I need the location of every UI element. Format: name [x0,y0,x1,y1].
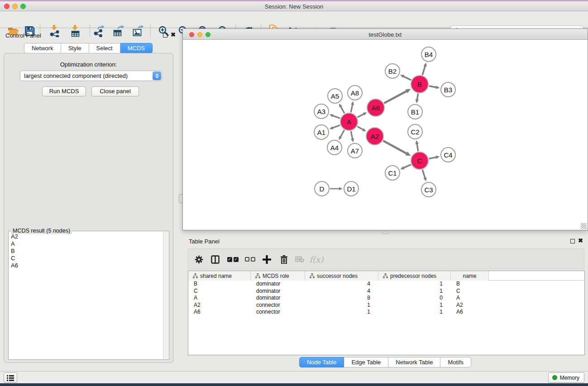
tab-network-table[interactable]: Network Table [388,357,440,367]
network-edge-A6-B[interactable] [384,91,408,104]
session-title: Session: New Session [0,3,588,10]
mcds-result-scrollbar[interactable] [163,232,168,359]
tab-network[interactable]: Network [24,43,61,53]
network-node-A7[interactable]: A7 [347,143,363,158]
mcds-result-item[interactable]: A [9,240,163,248]
table-cell: 1 [378,309,451,316]
show-panels-list-button[interactable] [4,372,17,383]
tab-style[interactable]: Style [61,43,89,53]
horizontal-splitter-handle[interactable] [382,232,389,234]
network-node-A8[interactable]: A8 [347,85,363,100]
close-panel-button[interactable]: Close panel [91,86,139,96]
unchecked-boxes-glyph [245,257,255,262]
list-icon [6,374,14,381]
column-view-glyph [211,255,220,264]
desktop-edge-bottom [0,383,588,386]
checked-boxes-glyph: ✓✓ [227,257,239,262]
column-header-shared-name[interactable]: shared name [188,271,251,281]
table-row[interactable]: A2connector11A2 [188,302,584,309]
network-canvas[interactable]: AA1A2A3A4A5A6A7A8BB1B2B3B4CC1C2C3C4DD1 [183,40,588,230]
table-row[interactable]: Cdominator41C [188,288,584,295]
column-header-predecessor-nodes[interactable]: predecessor nodes [378,271,451,281]
mcds-result-item[interactable]: B [9,248,163,255]
add-column-icon[interactable] [260,253,273,266]
table-cell: 1 [378,281,451,288]
network-node-A2[interactable]: A2 [366,127,384,145]
mcds-panel: Optimization criterion: largest connecte… [4,53,173,363]
network-node-B4[interactable]: B4 [421,47,436,62]
table-cell: A [451,295,489,302]
edge-arrowhead [339,187,343,190]
column-header-MCDS-role[interactable]: MCDS role [251,271,305,281]
column-header-label: name [463,273,476,279]
control-panel-tabs: Network Style Select MCDS [0,43,177,53]
function-builder-icon[interactable]: f(x) [310,253,323,266]
table-row[interactable]: Bdominator41B [188,281,584,288]
table-row[interactable]: A6connector11A6 [188,309,584,316]
table-cell: A [188,295,251,302]
table-cell: A2 [188,302,251,309]
network-node-B2[interactable]: B2 [385,63,400,79]
network-window-titlebar[interactable]: testGlobe.txt [183,29,588,40]
table-cell: dominator [251,295,305,302]
network-node-A[interactable]: A [340,113,358,131]
optimization-criterion-label: Optimization criterion: [4,61,173,68]
mcds-result-item[interactable]: C [9,255,163,262]
tab-node-table[interactable]: Node Table [299,357,344,367]
tab-motifs[interactable]: Motifs [440,357,471,367]
table-cell: 4 [305,281,378,288]
network-node-A6[interactable]: A6 [367,99,385,117]
tab-edge-table[interactable]: Edge Table [344,357,388,367]
tab-mcds[interactable]: MCDS [120,43,153,53]
table-row[interactable]: Adominator80A [188,295,584,302]
network-node-B[interactable]: B [411,75,429,93]
tab-select[interactable]: Select [89,43,120,53]
gear-glyph [195,255,203,264]
float-panel-icon[interactable] [163,33,167,38]
table-close-panel-icon[interactable]: ✖ [578,238,583,244]
mcds-result-item[interactable]: A2 [9,233,163,240]
control-panel-title: Control Panel [5,32,41,39]
column-header-successor-nodes[interactable]: successor nodes [305,271,378,281]
column-header-name[interactable]: name [451,271,489,281]
table-options-gear-icon[interactable] [192,253,206,266]
network-node-C[interactable]: C [411,152,429,170]
network-node-B1[interactable]: B1 [407,104,423,119]
network-edge-B-B4[interactable] [422,65,425,75]
table-cell: B [188,281,251,288]
window-resize-grip[interactable] [581,223,587,229]
network-node-D[interactable]: D [314,181,330,196]
network-node-C3[interactable]: C3 [421,182,436,197]
network-node-B3[interactable]: B3 [440,82,456,97]
node-table-header: shared nameMCDS rolesuccessor nodesprede… [188,271,584,281]
edge-arrowhead [435,156,440,159]
trash-glyph [280,255,288,264]
network-edge-A2-C[interactable] [383,141,408,154]
delete-column-icon[interactable] [277,253,291,266]
memory-button[interactable]: Memory [548,372,584,383]
control-panel-header: Control Panel ✖ [0,28,177,42]
select-all-checkboxes-icon[interactable]: ✓✓ [226,253,239,266]
network-node-D1[interactable]: D1 [344,181,359,196]
delete-table-icon[interactable] [293,253,306,266]
deselect-all-checkboxes-icon[interactable] [243,253,257,266]
network-node-C4[interactable]: C4 [440,147,456,162]
network-node-A5[interactable]: A5 [327,88,343,104]
network-node-A4[interactable]: A4 [327,140,342,155]
edge-arrowhead [330,126,334,129]
edge-arrowhead [416,99,419,103]
network-node-A3[interactable]: A3 [314,104,329,119]
table-cell: 1 [305,309,378,316]
network-window-title: testGlobe.txt [183,31,588,38]
mcds-result-item[interactable]: A6 [9,262,163,269]
optimization-criterion-dropdown[interactable]: largest connected component (directed) [20,71,162,81]
mcds-result-list: A2ABCA6 [9,233,163,359]
table-float-panel-icon[interactable] [570,239,575,243]
run-mcds-button[interactable]: Run MCDS [42,86,86,96]
network-node-A1[interactable]: A1 [314,124,329,140]
edge-arrowhead [415,140,418,144]
network-node-C2[interactable]: C2 [407,124,423,139]
column-view-icon[interactable] [208,253,222,266]
close-panel-icon[interactable]: ✖ [171,32,176,38]
network-node-C1[interactable]: C1 [385,165,400,181]
